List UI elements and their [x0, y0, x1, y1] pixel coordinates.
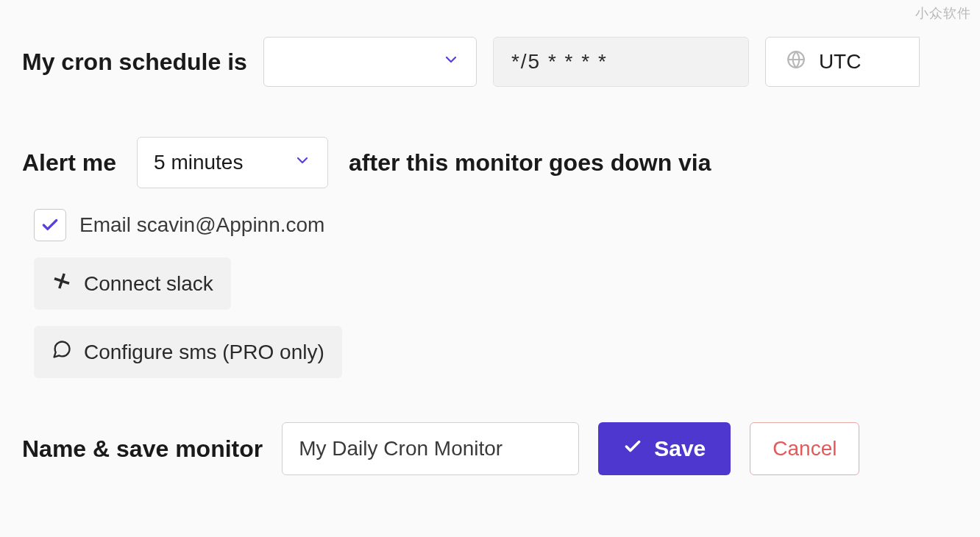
schedule-type-select[interactable] [263, 37, 477, 87]
timezone-value: UTC [819, 50, 862, 74]
save-row: Name & save monitor Save Cancel [22, 422, 958, 475]
email-channel-row: Email scavin@Appinn.com [34, 209, 958, 241]
alert-delay-select[interactable]: 5 minutes [137, 137, 328, 188]
timezone-select[interactable]: UTC [765, 37, 920, 87]
schedule-row: My cron schedule is */5 * * * * UTC [22, 37, 958, 87]
chevron-down-icon [294, 151, 311, 174]
cron-expression-value: */5 * * * * [511, 50, 608, 74]
email-checkbox[interactable] [34, 209, 66, 241]
form-container: My cron schedule is */5 * * * * UTC Aler… [0, 0, 980, 497]
watermark-text: 小众软件 [915, 4, 971, 22]
cancel-button-label: Cancel [773, 437, 837, 460]
configure-sms-button[interactable]: Configure sms (PRO only) [34, 326, 342, 378]
check-icon [40, 216, 60, 235]
slack-icon [52, 271, 72, 296]
name-save-label: Name & save monitor [22, 435, 263, 463]
alert-delay-value: 5 minutes [154, 151, 243, 174]
slack-button-label: Connect slack [84, 272, 213, 296]
schedule-label: My cron schedule is [22, 49, 247, 76]
connect-slack-button[interactable]: Connect slack [34, 257, 231, 310]
sms-button-label: Configure sms (PRO only) [84, 341, 324, 364]
chat-icon [52, 339, 72, 365]
monitor-name-input[interactable] [282, 422, 579, 475]
alert-row: Alert me 5 minutes after this monitor go… [22, 137, 958, 188]
cron-expression-input[interactable]: */5 * * * * [493, 37, 749, 87]
check-icon [623, 436, 642, 461]
globe-icon [787, 50, 806, 74]
cancel-button[interactable]: Cancel [750, 422, 859, 475]
alert-suffix-label: after this monitor goes down via [349, 149, 711, 177]
alert-channels: Email scavin@Appinn.com Connect slack Co… [34, 209, 958, 378]
email-label: Email scavin@Appinn.com [79, 213, 324, 237]
save-button-label: Save [654, 436, 706, 461]
chevron-down-icon [442, 50, 460, 74]
alert-prefix-label: Alert me [22, 149, 116, 177]
save-button[interactable]: Save [598, 422, 731, 475]
